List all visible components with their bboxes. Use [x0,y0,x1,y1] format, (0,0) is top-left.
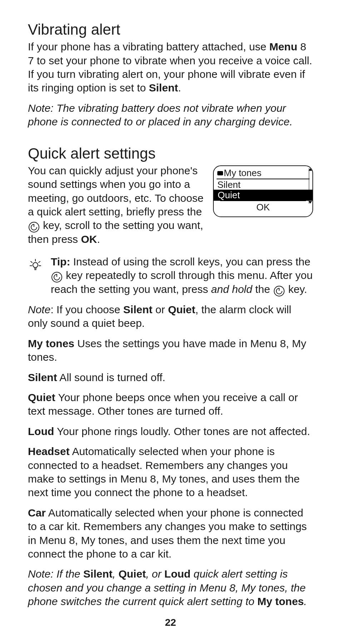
def-label: Headset [28,445,70,457]
text: the [252,283,273,295]
quick-alert-row: You can quickly adjust your phone's soun… [28,164,313,246]
page-number: 22 [28,617,313,628]
def-my-tones: My tones Uses the settings you have made… [28,337,313,364]
quiet-label: Quiet [168,304,196,315]
svg-line-3 [39,261,40,263]
def-car: Car Automatically selected when your pho… [28,506,313,561]
text: or [153,304,168,315]
def-label: Silent [28,371,57,383]
scroll-up-icon [308,168,312,171]
list-item: My tones [217,168,309,178]
text: If your phone has a vibrating battery at… [28,41,269,53]
note-silent-quiet: Note: If you choose Silent or Quiet, the… [28,303,313,330]
para-quick-intro: You can quickly adjust your phone's soun… [28,164,204,246]
quiet-label: Quiet [118,568,146,580]
power-key-icon [51,272,62,283]
power-key-icon [29,222,39,233]
manual-page: Vibrating alert If your phone has a vibr… [0,0,341,643]
note-switch-my-tones: Note: If the Silent, Quiet, or Loud quic… [28,567,313,608]
heading-vibrating-alert: Vibrating alert [28,21,313,38]
def-label: Car [28,507,46,519]
power-key-icon [274,286,285,296]
tip-icon-col [28,255,44,296]
lightbulb-icon [28,257,43,272]
def-silent: Silent All sound is turned off. [28,371,313,384]
heading-quick-alert: Quick alert settings [28,145,313,162]
tip-text: Tip: Instead of using the scroll keys, y… [51,255,313,296]
list-item: Silent [217,180,309,190]
note-label: Note [28,304,50,315]
tip-label: Tip: [51,256,70,268]
my-tones-label: My tones [257,595,304,607]
text: , [113,568,119,580]
list-label: Quiet [218,190,240,200]
and-hold: and hold [211,283,252,295]
def-text: All sound is turned off. [57,371,165,383]
def-text: Automatically selected when your phone i… [28,507,307,560]
text: You can quickly adjust your phone's soun… [28,165,203,218]
svg-point-0 [33,263,38,268]
text: Instead of using the scroll keys, you ca… [70,256,310,268]
text: : If you choose [50,304,123,315]
silent-label: Silent [83,568,113,580]
battery-icon [217,171,223,175]
text: , or [146,568,164,580]
silent-label: Silent [149,82,178,94]
scroll-down-icon [308,201,312,204]
list-label: My tones [224,168,262,178]
list-item-selected: Quiet [214,190,312,201]
def-quiet: Quiet Your phone beeps once when you rec… [28,391,313,418]
def-text: Your phone beeps once when you receive a… [28,391,298,417]
def-headset: Headset Automatically selected when your… [28,445,313,500]
screen-list: My tones Silent Quiet OK [214,166,312,216]
list-label: Silent [217,179,241,190]
note-vibrating: Note: The vibrating battery does not vib… [28,101,313,129]
def-label: Quiet [28,391,55,403]
text: key, scroll to the setting you want, the… [28,219,203,245]
text: key. [285,283,307,295]
menu-label: Menu [269,41,297,53]
text: Note: If the [28,568,83,580]
text: . [97,233,100,245]
def-label: My tones [28,338,74,349]
silent-label: Silent [123,304,153,315]
def-label: Loud [28,425,54,437]
soft-key-label: OK [220,201,306,214]
svg-line-2 [31,261,32,263]
para-vibrating-intro: If your phone has a vibrating battery at… [28,40,313,95]
phone-screen-illustration: My tones Silent Quiet OK [213,165,313,217]
screen-frame: My tones Silent Quiet OK [213,165,313,217]
text: . [304,595,307,607]
text: . [178,82,181,94]
def-text: Your phone rings loudly. Other tones are… [54,425,310,437]
text: key repeatedly to scroll through this me… [51,269,313,295]
scrollbar [309,168,312,204]
def-loud: Loud Your phone rings loudly. Other tone… [28,425,313,438]
loud-label: Loud [164,568,191,580]
ok-label: OK [81,233,97,245]
tip-block: Tip: Instead of using the scroll keys, y… [28,255,313,296]
